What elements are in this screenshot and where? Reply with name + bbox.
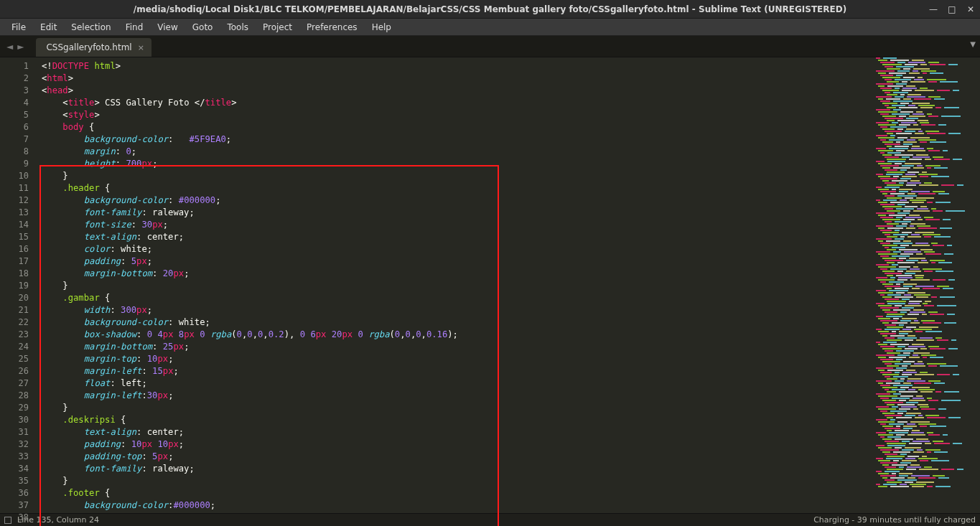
line-number: 20: [0, 292, 29, 304]
tab-label: CSSgalleryfoto.html: [46, 42, 131, 52]
menu-help[interactable]: Help: [365, 20, 398, 34]
line-number: 4: [0, 97, 29, 109]
line-number: 7: [0, 133, 29, 146]
menu-edit[interactable]: Edit: [33, 20, 64, 34]
line-number: 34: [0, 463, 29, 475]
line-number: 24: [0, 341, 29, 353]
line-number: 35: [0, 475, 29, 487]
minimap[interactable]: [872, 57, 980, 513]
menu-selection[interactable]: Selection: [64, 20, 118, 34]
menu-project[interactable]: Project: [256, 20, 299, 34]
line-number: 22: [0, 316, 29, 329]
line-number: 31: [0, 426, 29, 438]
menu-goto[interactable]: Goto: [185, 20, 220, 34]
menubar: File Edit Selection Find View Goto Tools…: [0, 19, 980, 36]
line-number: 29: [0, 402, 29, 414]
line-number: 30: [0, 414, 29, 426]
status-battery: Charging - 39 minutes until fully charge…: [813, 515, 976, 525]
line-number: 21: [0, 304, 29, 316]
menu-tools[interactable]: Tools: [220, 20, 256, 34]
statusbar: Line 135, Column 24 Charging - 39 minute…: [0, 513, 980, 526]
minimize-icon[interactable]: —: [927, 4, 940, 14]
line-number: 2: [0, 72, 29, 85]
editor-area: 1234567891011121314151617181920212223242…: [0, 57, 980, 513]
maximize-icon[interactable]: □: [946, 4, 958, 14]
window-title: /media/shodiq/Local Disk1/BLC TELKOM/PEM…: [134, 4, 846, 14]
nav-arrows: ◄ ►: [0, 42, 30, 52]
line-number: 16: [0, 243, 29, 255]
tab-dropdown-icon[interactable]: ▼: [970, 40, 976, 48]
line-number: 12: [0, 194, 29, 207]
titlebar: /media/shodiq/Local Disk1/BLC TELKOM/PEM…: [0, 0, 980, 19]
line-number: 32: [0, 438, 29, 451]
menu-preferences[interactable]: Preferences: [299, 20, 365, 34]
line-number: 17: [0, 255, 29, 268]
window-controls: — □ ✕: [927, 0, 977, 19]
line-number: 1: [0, 60, 29, 72]
line-number: 28: [0, 390, 29, 402]
line-number: 26: [0, 365, 29, 377]
status-position: Line 135, Column 24: [17, 515, 99, 525]
line-number: 14: [0, 219, 29, 231]
tab-close-icon[interactable]: ×: [138, 43, 144, 52]
line-number: 27: [0, 377, 29, 390]
close-icon[interactable]: ✕: [964, 4, 977, 14]
nav-back-icon[interactable]: ◄: [4, 42, 15, 52]
line-number: 3: [0, 85, 29, 97]
line-number: 25: [0, 353, 29, 365]
tab-cssgalleryfoto[interactable]: CSSgalleryfoto.html ×: [36, 38, 151, 57]
line-number: 18: [0, 268, 29, 280]
line-number: 9: [0, 158, 29, 170]
line-number: 5: [0, 109, 29, 121]
line-gutter: 1234567891011121314151617181920212223242…: [0, 57, 36, 513]
line-number: 36: [0, 487, 29, 499]
line-number: 23: [0, 329, 29, 341]
nav-forward-icon[interactable]: ►: [15, 42, 26, 52]
line-number: 8: [0, 146, 29, 158]
line-number: 11: [0, 182, 29, 194]
line-number: 33: [0, 451, 29, 463]
line-number: 10: [0, 170, 29, 182]
line-number: 37: [0, 499, 29, 512]
tab-bar: ◄ ► CSSgalleryfoto.html × ▼: [0, 36, 980, 57]
line-number: 15: [0, 231, 29, 243]
line-number: 38: [0, 512, 29, 524]
line-number: 19: [0, 280, 29, 292]
menu-view[interactable]: View: [150, 20, 185, 34]
line-number: 6: [0, 121, 29, 133]
line-number: 13: [0, 207, 29, 219]
code-editor[interactable]: <!DOCTYPE html><html><head> <title> CSS …: [36, 57, 872, 513]
menu-find[interactable]: Find: [118, 20, 151, 34]
menu-file[interactable]: File: [4, 20, 33, 34]
